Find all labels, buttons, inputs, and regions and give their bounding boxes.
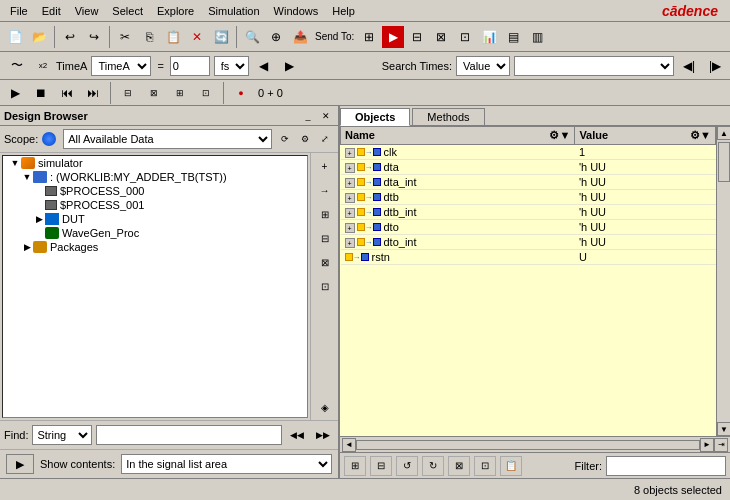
paste-button[interactable]: 📋 <box>162 26 184 48</box>
hscroll-end-btn[interactable]: ⇥ <box>714 438 728 452</box>
wave-icon-btn[interactable]: 〜 <box>4 55 30 77</box>
tb-btn1[interactable]: ⊞ <box>358 26 380 48</box>
table-row[interactable]: +→clk1 <box>341 145 716 160</box>
rt-btn2[interactable]: → <box>314 179 336 201</box>
hscroll-left-btn[interactable]: ◄ <box>342 438 356 452</box>
value-col-settings[interactable]: ⚙▼ <box>690 129 711 142</box>
table-row[interactable]: +→dta'h UU <box>341 160 716 175</box>
find-type-select[interactable]: String <box>32 425 92 445</box>
name-col-settings[interactable]: ⚙▼ <box>549 129 570 142</box>
scroll-thumb[interactable] <box>718 142 730 182</box>
expander-worklib[interactable]: ▼ <box>21 172 33 182</box>
table-row[interactable]: +→dto'h UU <box>341 220 716 235</box>
tb-btn5[interactable]: ⊡ <box>454 26 476 48</box>
tree-item-process0[interactable]: $PROCESS_000 <box>3 184 307 198</box>
expander-simulator[interactable]: ▼ <box>9 158 21 168</box>
menu-select[interactable]: Select <box>106 3 149 19</box>
menu-help[interactable]: Help <box>326 3 361 19</box>
tb-btn2[interactable]: ▶ <box>382 26 404 48</box>
find-prev-btn[interactable]: ◀◀ <box>286 425 308 445</box>
snap-btn2[interactable]: ⊠ <box>143 82 165 104</box>
open-button[interactable]: 📂 <box>28 26 50 48</box>
objects-table-container[interactable]: Name ⚙▼ Value ⚙▼ +→clk1+→dta'h UU+→dta_i… <box>340 126 716 436</box>
search-type-select[interactable]: Value <box>456 56 510 76</box>
signal-expand-icon[interactable]: + <box>345 208 355 218</box>
tb-btn6[interactable]: 📊 <box>478 26 500 48</box>
undo-button[interactable]: ↩ <box>59 26 81 48</box>
unit-select[interactable]: fs <box>214 56 249 76</box>
tree-item-packages[interactable]: ▶ Packages <box>3 240 307 254</box>
time-value-input[interactable] <box>170 56 210 76</box>
menu-windows[interactable]: Windows <box>268 3 325 19</box>
find-next-btn[interactable]: ▶▶ <box>312 425 334 445</box>
filter-btn1[interactable]: ⊞ <box>344 456 366 476</box>
filter-btn7[interactable]: 📋 <box>500 456 522 476</box>
record-btn[interactable]: ● <box>230 82 252 104</box>
find-input[interactable] <box>96 425 282 445</box>
menu-explore[interactable]: Explore <box>151 3 200 19</box>
timea-select[interactable]: TimeA ▼ <box>91 56 151 76</box>
tree-item-simulator[interactable]: ▼ simulator <box>3 156 307 170</box>
signal-expand-icon[interactable]: + <box>345 178 355 188</box>
filter-input[interactable] <box>606 456 726 476</box>
tree-item-dut[interactable]: ▶ DUT <box>3 212 307 226</box>
zoom-in-button[interactable]: 🔍 <box>241 26 263 48</box>
panel-close-btn[interactable]: ✕ <box>318 108 334 124</box>
scope-refresh-btn[interactable]: ⟳ <box>276 130 294 148</box>
table-scrollbar[interactable]: ▲ ▼ <box>716 126 730 436</box>
expander-packages[interactable]: ▶ <box>21 242 33 252</box>
filter-btn5[interactable]: ⊠ <box>448 456 470 476</box>
signal-expand-icon[interactable]: + <box>345 223 355 233</box>
rt-btn5[interactable]: ⊠ <box>314 251 336 273</box>
x2-btn[interactable]: x2 <box>34 57 52 75</box>
panel-min-btn[interactable]: _ <box>300 108 316 124</box>
cut-button[interactable]: ✂ <box>114 26 136 48</box>
scroll-up-btn[interactable]: ▲ <box>717 126 730 140</box>
refresh-button[interactable]: 🔄 <box>210 26 232 48</box>
signal-expand-icon[interactable]: + <box>345 163 355 173</box>
expander-dut[interactable]: ▶ <box>33 214 45 224</box>
scope-settings-btn[interactable]: ⚙ <box>296 130 314 148</box>
hscroll-area[interactable]: ◄ ► ⇥ <box>340 436 730 452</box>
tree-area[interactable]: ▼ simulator ▼ : (WORKLIB:MY_ADDER_TB(TST… <box>2 155 308 418</box>
zoom-all-button[interactable]: ⊕ <box>265 26 287 48</box>
new-button[interactable]: 📄 <box>4 26 26 48</box>
copy-button[interactable]: ⎘ <box>138 26 160 48</box>
search-next-btn[interactable]: |▶ <box>704 55 726 77</box>
unit-nav1[interactable]: ◀ <box>253 55 275 77</box>
unit-nav2[interactable]: ▶ <box>279 55 301 77</box>
menu-file[interactable]: File <box>4 3 34 19</box>
rt-btn7[interactable]: ◈ <box>314 396 336 418</box>
show-contents-select[interactable]: In the signal list area <box>121 454 332 474</box>
tree-item-wavegen[interactable]: WaveGen_Proc <box>3 226 307 240</box>
search-value-select[interactable] <box>514 56 674 76</box>
signal-expand-icon[interactable]: + <box>345 148 355 158</box>
scroll-down-btn[interactable]: ▼ <box>717 422 730 436</box>
signal-expand-icon[interactable]: + <box>345 238 355 248</box>
filter-btn6[interactable]: ⊡ <box>474 456 496 476</box>
menu-edit[interactable]: Edit <box>36 3 67 19</box>
rt-btn6[interactable]: ⊡ <box>314 275 336 297</box>
snap-btn3[interactable]: ⊞ <box>169 82 191 104</box>
search-prev-btn[interactable]: ◀| <box>678 55 700 77</box>
table-row[interactable]: +→dta_int'h UU <box>341 175 716 190</box>
table-row[interactable]: →rstnU <box>341 250 716 265</box>
tb-btn7[interactable]: ▤ <box>502 26 524 48</box>
scope-select[interactable]: All Available Data <box>63 129 272 149</box>
scope-expand-btn[interactable]: ⤢ <box>316 130 334 148</box>
filter-btn4[interactable]: ↻ <box>422 456 444 476</box>
tab-methods[interactable]: Methods <box>412 108 484 125</box>
signal-expand-icon[interactable]: + <box>345 193 355 203</box>
snap-btn1[interactable]: ⊟ <box>117 82 139 104</box>
hscroll-right-btn[interactable]: ► <box>700 438 714 452</box>
stop-btn[interactable]: ⏹ <box>30 82 52 104</box>
rewind-btn[interactable]: ⏮ <box>56 82 78 104</box>
filter-btn3[interactable]: ↺ <box>396 456 418 476</box>
tb-btn4[interactable]: ⊠ <box>430 26 452 48</box>
play-btn[interactable]: ▶ <box>4 82 26 104</box>
send-to-button[interactable]: 📤 <box>289 26 311 48</box>
tree-item-process1[interactable]: $PROCESS_001 <box>3 198 307 212</box>
table-row[interactable]: +→dtb'h UU <box>341 190 716 205</box>
menu-view[interactable]: View <box>69 3 105 19</box>
tab-objects[interactable]: Objects <box>340 108 410 126</box>
